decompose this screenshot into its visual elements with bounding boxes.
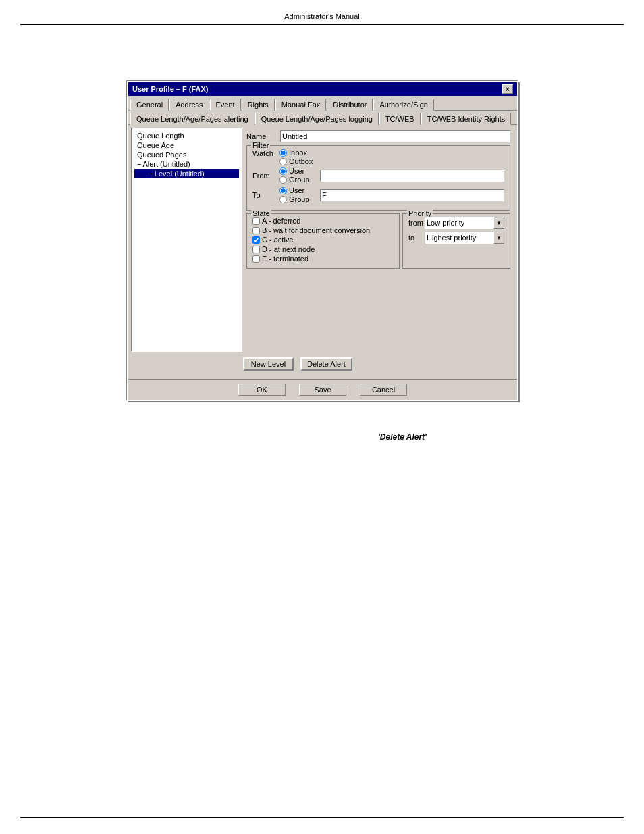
- tab-queue-logging[interactable]: Queue Length/Age/Pages logging: [255, 113, 379, 125]
- from-group-label[interactable]: Group: [279, 176, 320, 184]
- to-group-label[interactable]: Group: [279, 195, 320, 203]
- close-button[interactable]: ×: [502, 84, 513, 94]
- footer-buttons: OK Save Cancel: [128, 379, 517, 400]
- delete-alert-note: 'Delete Alert': [378, 432, 427, 442]
- state-a-checkbox[interactable]: [252, 217, 260, 225]
- tab-distributor[interactable]: Distributor: [327, 99, 373, 111]
- to-row: To User Group: [252, 186, 504, 203]
- to-user-label[interactable]: User: [279, 186, 320, 194]
- tree-item-queue-length[interactable]: Queue Length: [134, 131, 239, 140]
- from-user-radio[interactable]: [279, 167, 287, 175]
- annotation-text: 'Delete Alert': [378, 432, 427, 442]
- form-panel: Name Filter Watch Inbox: [242, 128, 514, 352]
- state-d-checkbox[interactable]: [252, 246, 260, 253]
- tab-address[interactable]: Address: [169, 99, 209, 111]
- name-input[interactable]: [280, 130, 510, 142]
- filter-group: Filter Watch Inbox Outbox: [246, 145, 510, 211]
- priority-from-wrapper: Low priority Normal priority High priori…: [425, 217, 504, 229]
- cancel-button[interactable]: Cancel: [360, 384, 407, 396]
- watch-outbox-radio[interactable]: [279, 158, 287, 165]
- name-row: Name: [246, 130, 510, 142]
- tab-manual-fax[interactable]: Manual Fax: [275, 99, 326, 111]
- tab-row-1: General Address Event Rights Manual Fax …: [128, 96, 517, 111]
- tree-item-alert[interactable]: − Alert (Untitled): [134, 159, 239, 169]
- priority-from-select[interactable]: Low priority Normal priority High priori…: [425, 217, 504, 229]
- page-header: Administrator's Manual: [20, 0, 624, 25]
- tree-item-queued-pages[interactable]: Queued Pages: [134, 150, 239, 159]
- watch-radio-group: Inbox Outbox: [279, 149, 313, 165]
- state-d: D - at next node: [252, 245, 394, 253]
- priority-to-row: to Low priority Normal priority High pri…: [408, 232, 504, 244]
- tab-authorize-sign[interactable]: Authorize/Sign: [373, 99, 434, 111]
- tree-item-queue-age[interactable]: Queue Age: [134, 140, 239, 150]
- state-b: B - wait for document conversion: [252, 226, 394, 234]
- priority-from-label: from: [408, 219, 422, 227]
- state-label: State: [251, 209, 271, 217]
- state-e: E - terminated: [252, 255, 394, 263]
- delete-alert-button[interactable]: Delete Alert: [300, 357, 352, 371]
- dialog-body: Queue Length Queue Age Queued Pages − Al…: [128, 125, 517, 355]
- page-footer: [20, 817, 624, 820]
- state-e-checkbox[interactable]: [252, 255, 260, 263]
- priority-from-row: from Low priority Normal priority High p…: [408, 217, 504, 229]
- tab-tcweb[interactable]: TC/WEB: [379, 113, 421, 125]
- state-c: C - active: [252, 236, 394, 244]
- priority-to-label: to: [408, 234, 422, 242]
- priority-group: Priority from Low priority Normal priori…: [402, 213, 510, 269]
- tree-expand-icon: −: [137, 160, 141, 168]
- to-group-radio[interactable]: [279, 196, 287, 203]
- watch-inbox-radio[interactable]: [279, 149, 287, 157]
- from-group-radio[interactable]: [279, 176, 287, 184]
- state-c-checkbox[interactable]: [252, 236, 260, 244]
- tab-rights[interactable]: Rights: [242, 99, 275, 111]
- to-input[interactable]: [320, 189, 504, 201]
- name-label: Name: [246, 132, 280, 140]
- from-row: From User Group: [252, 167, 504, 184]
- tree-item-level[interactable]: ─ Level (Untitled): [134, 169, 239, 178]
- save-button[interactable]: Save: [299, 384, 346, 396]
- state-priority-row: State A - deferred B - wait for document…: [246, 213, 510, 269]
- from-radio-group: User Group: [279, 167, 320, 184]
- tree-panel: Queue Length Queue Age Queued Pages − Al…: [131, 128, 242, 352]
- from-user-label[interactable]: User: [279, 167, 320, 175]
- watch-inbox-label[interactable]: Inbox: [279, 149, 313, 157]
- filter-label: Filter: [251, 141, 270, 149]
- dialog-window: User Profile – F (FAX) × General Address…: [127, 81, 518, 401]
- title-bar: User Profile – F (FAX) ×: [128, 82, 517, 96]
- tab-row-2: Queue Length/Age/Pages alerting Queue Le…: [128, 111, 517, 125]
- header-title: Administrator's Manual: [284, 12, 360, 20]
- action-buttons: New Level Delete Alert: [243, 355, 517, 375]
- from-input[interactable]: [320, 170, 504, 182]
- state-group: State A - deferred B - wait for document…: [246, 213, 400, 269]
- tree-level-icon: ─: [148, 170, 153, 178]
- new-level-button[interactable]: New Level: [243, 357, 294, 371]
- dialog-title: User Profile – F (FAX): [132, 85, 208, 93]
- priority-to-select[interactable]: Low priority Normal priority High priori…: [425, 232, 504, 244]
- ok-button[interactable]: OK: [238, 384, 286, 396]
- tab-queue-alerting[interactable]: Queue Length/Age/Pages alerting: [130, 113, 254, 125]
- watch-outbox-label[interactable]: Outbox: [279, 157, 313, 165]
- tab-tcweb-identity[interactable]: TC/WEB Identity Rights: [421, 113, 512, 125]
- to-label: To: [252, 191, 279, 199]
- to-radio-group: User Group: [279, 186, 320, 203]
- from-label: From: [252, 172, 279, 180]
- priority-to-wrapper: Low priority Normal priority High priori…: [425, 232, 504, 244]
- tab-general[interactable]: General: [130, 99, 169, 111]
- state-b-checkbox[interactable]: [252, 227, 260, 234]
- tab-event[interactable]: Event: [210, 99, 241, 111]
- watch-row: Watch Inbox Outbox: [252, 149, 504, 165]
- to-user-radio[interactable]: [279, 187, 287, 194]
- watch-label: Watch: [252, 149, 279, 157]
- state-a: A - deferred: [252, 217, 394, 225]
